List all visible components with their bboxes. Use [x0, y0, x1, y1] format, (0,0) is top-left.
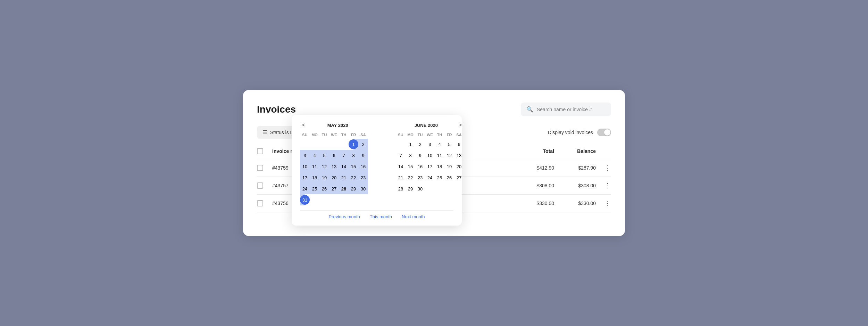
cal-june-15[interactable]: 15	[406, 161, 415, 172]
cal-may-27[interactable]: 27	[329, 183, 339, 194]
cal-may-17[interactable]: 17	[300, 172, 310, 183]
cal-june-29[interactable]: 29	[406, 183, 415, 194]
col-total: Total	[512, 147, 554, 155]
cal-june-4[interactable]: 4	[435, 139, 444, 150]
cal-may-2[interactable]: 2	[358, 139, 368, 150]
cal-may-22[interactable]: 22	[349, 172, 358, 183]
cal-june-21[interactable]: 21	[396, 172, 406, 183]
cal-prev-button[interactable]: <	[300, 122, 307, 128]
row-checkbox-2[interactable]	[257, 182, 272, 189]
cal-june-13[interactable]: 13	[454, 150, 464, 161]
june-week-4: 21 22 23 24 25 26 27	[396, 172, 464, 183]
cal-may-30[interactable]: 30	[358, 183, 368, 194]
row-checkbox-1[interactable]	[257, 165, 272, 171]
row-balance-1: $287.90	[554, 165, 596, 171]
cal-june-28[interactable]: 28	[396, 183, 406, 194]
cal-may-19[interactable]: 19	[319, 172, 329, 183]
page-title: Invoices	[257, 104, 296, 115]
may-week-3: 10 11 12 13 14 15 16	[300, 161, 368, 172]
search-input[interactable]	[537, 107, 606, 112]
cal-june-3[interactable]: 3	[425, 139, 435, 150]
cal-june-5[interactable]: 5	[444, 139, 454, 150]
cal-prev-month-link[interactable]: Previous month	[328, 214, 360, 219]
cal-may-title: MAY 2020	[307, 123, 368, 128]
cal-may-dow: SU MO TU WE TH FR SA	[300, 132, 368, 138]
cal-june-10[interactable]: 10	[425, 150, 435, 161]
cal-june-16[interactable]: 16	[415, 161, 425, 172]
cal-june-22[interactable]: 22	[406, 172, 415, 183]
cal-may-11[interactable]: 11	[310, 161, 319, 172]
cal-june-18[interactable]: 18	[435, 161, 444, 172]
may-week-1: - - - - - 1 2	[300, 139, 368, 150]
cal-june-30[interactable]: 30	[415, 183, 425, 194]
cal-day-empty: -	[319, 194, 329, 205]
cal-may-9[interactable]: 9	[358, 150, 368, 161]
cal-may-8[interactable]: 8	[349, 150, 358, 161]
row-checkbox-3[interactable]	[257, 200, 272, 206]
cal-next-button[interactable]: >	[457, 122, 464, 128]
cal-may-18[interactable]: 18	[310, 172, 319, 183]
row-actions-3[interactable]: ⋮	[596, 199, 611, 207]
cal-this-month-link[interactable]: This month	[370, 214, 392, 219]
cal-june-24[interactable]: 24	[425, 172, 435, 183]
row-actions-2[interactable]: ⋮	[596, 182, 611, 189]
cal-june-9[interactable]: 9	[415, 150, 425, 161]
cal-may-20[interactable]: 20	[329, 172, 339, 183]
cal-may-25[interactable]: 25	[310, 183, 319, 194]
cal-may-23[interactable]: 23	[358, 172, 368, 183]
cal-june-14[interactable]: 14	[396, 161, 406, 172]
cal-june-2[interactable]: 2	[415, 139, 425, 150]
cal-may-1[interactable]: 1	[349, 139, 358, 150]
cal-june-6[interactable]: 6	[454, 139, 464, 150]
cal-months: < MAY 2020 SU MO TU WE TH FR SA	[300, 122, 453, 205]
cal-next-month-link[interactable]: Next month	[402, 214, 425, 219]
cal-may-4[interactable]: 4	[310, 150, 319, 161]
cal-may-13[interactable]: 13	[329, 161, 339, 172]
cal-day-empty: -	[358, 194, 368, 205]
cal-may: < MAY 2020 SU MO TU WE TH FR SA	[300, 122, 368, 205]
cal-may-10[interactable]: 10	[300, 161, 310, 172]
may-week-5: 24 25 26 27 28 29 30	[300, 183, 368, 194]
cal-may-26[interactable]: 26	[319, 183, 329, 194]
cal-may-31[interactable]: 31	[300, 194, 310, 205]
cal-may-16[interactable]: 16	[358, 161, 368, 172]
cal-june-25[interactable]: 25	[435, 172, 444, 183]
cal-may-21[interactable]: 21	[339, 172, 349, 183]
june-week-1: - 1 2 3 4 5 6	[396, 139, 464, 150]
cal-may-grid: SU MO TU WE TH FR SA - - - - -	[300, 132, 368, 205]
cal-day-empty: -	[454, 183, 464, 194]
search-box[interactable]: 🔍	[521, 103, 611, 116]
row-total-1: $412.90	[512, 165, 554, 171]
cal-june-20[interactable]: 20	[454, 161, 464, 172]
cal-june-1[interactable]: 1	[406, 139, 415, 150]
cal-day-empty: -	[396, 139, 406, 150]
select-all-checkbox[interactable]	[257, 148, 272, 154]
cal-june-7[interactable]: 7	[396, 150, 406, 161]
calendar-popup: < MAY 2020 SU MO TU WE TH FR SA	[292, 115, 462, 226]
cal-day-empty: -	[310, 194, 319, 205]
cal-june-17[interactable]: 17	[425, 161, 435, 172]
cal-june-header: JUNE 2020 >	[396, 122, 464, 128]
cal-day-empty: -	[329, 139, 339, 150]
cal-june-8[interactable]: 8	[406, 150, 415, 161]
cal-may-5[interactable]: 5	[319, 150, 329, 161]
cal-june-11[interactable]: 11	[435, 150, 444, 161]
cal-may-14[interactable]: 14	[339, 161, 349, 172]
row-actions-1[interactable]: ⋮	[596, 164, 611, 172]
cal-june-26[interactable]: 26	[444, 172, 454, 183]
cal-june-23[interactable]: 23	[415, 172, 425, 183]
cal-may-24[interactable]: 24	[300, 183, 310, 194]
may-week-6: 31 - - - - - -	[300, 194, 368, 205]
cal-may-15[interactable]: 15	[349, 161, 358, 172]
cal-may-3[interactable]: 3	[300, 150, 310, 161]
display-void-toggle[interactable]	[597, 129, 611, 136]
cal-may-7[interactable]: 7	[339, 150, 349, 161]
toggle-knob	[604, 129, 610, 136]
cal-may-6[interactable]: 6	[329, 150, 339, 161]
cal-may-29[interactable]: 29	[349, 183, 358, 194]
cal-june-12[interactable]: 12	[444, 150, 454, 161]
cal-may-12[interactable]: 12	[319, 161, 329, 172]
cal-june-27[interactable]: 27	[454, 172, 464, 183]
cal-june-19[interactable]: 19	[444, 161, 454, 172]
cal-may-28[interactable]: 28	[339, 183, 349, 194]
